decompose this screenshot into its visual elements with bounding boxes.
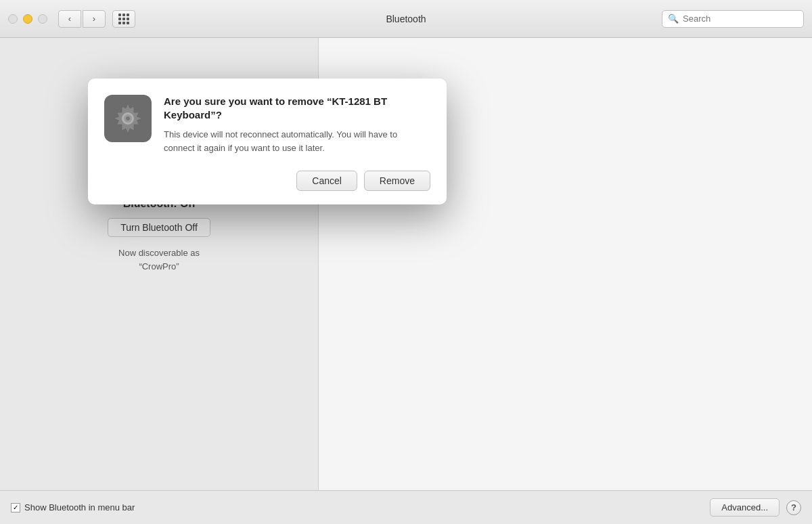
grid-dots-icon bbox=[118, 14, 129, 24]
minimize-button[interactable] bbox=[23, 14, 32, 24]
remove-device-dialog: Are you sure you want to remove “KT-1281… bbox=[88, 79, 447, 204]
search-input[interactable] bbox=[683, 14, 798, 24]
search-icon: 🔍 bbox=[668, 14, 679, 24]
dialog-top: Are you sure you want to remove “KT-1281… bbox=[104, 95, 430, 154]
nav-buttons: ‹ › bbox=[58, 10, 106, 28]
traffic-lights bbox=[8, 14, 47, 24]
search-bar[interactable]: 🔍 bbox=[662, 10, 804, 28]
forward-button[interactable]: › bbox=[83, 10, 106, 28]
dialog-title: Are you sure you want to remove “KT-1281… bbox=[164, 95, 430, 121]
remove-button[interactable]: Remove bbox=[364, 171, 430, 191]
grid-view-button[interactable] bbox=[112, 10, 135, 28]
back-button[interactable]: ‹ bbox=[58, 10, 81, 28]
gear-icon bbox=[108, 98, 148, 139]
dialog-buttons: Cancel Remove bbox=[104, 171, 430, 191]
svg-point-8 bbox=[126, 116, 130, 121]
cancel-button[interactable]: Cancel bbox=[296, 171, 357, 191]
maximize-button[interactable] bbox=[38, 14, 47, 24]
window-title: Bluetooth bbox=[386, 14, 426, 24]
close-button[interactable] bbox=[8, 14, 18, 24]
title-bar: ‹ › Bluetooth 🔍 bbox=[0, 0, 812, 38]
dialog-text-area: Are you sure you want to remove “KT-1281… bbox=[164, 95, 430, 154]
dialog-message: This device will not reconnect automatic… bbox=[164, 128, 430, 154]
dialog-overlay: Are you sure you want to remove “KT-1281… bbox=[0, 38, 812, 524]
dialog-icon bbox=[104, 95, 152, 142]
main-content: Bluetooth: On Turn Bluetooth Off Now dis… bbox=[0, 38, 812, 524]
